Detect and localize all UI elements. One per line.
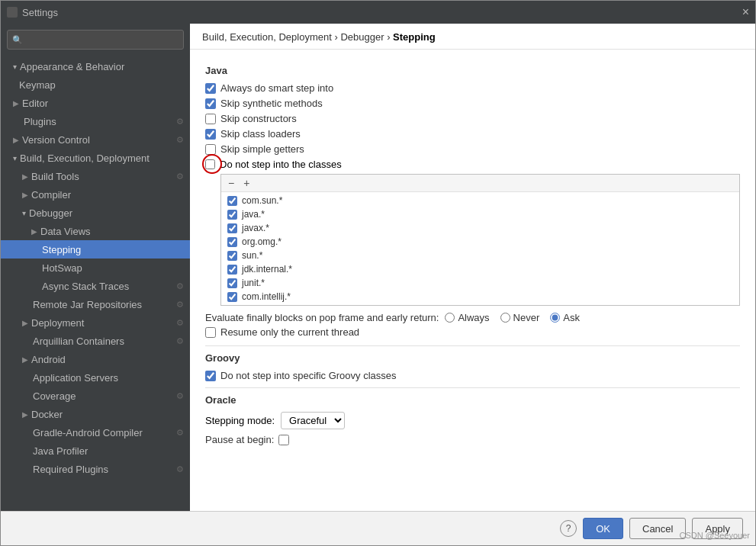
skip-synthetic-label: Skip synthetic methods: [220, 98, 323, 109]
oracle-section-label: Oracle: [205, 394, 740, 406]
sidebar-item-plugins[interactable]: Plugins ⚙: [1, 112, 190, 130]
sidebar-item-docker[interactable]: ▶ Docker: [1, 405, 190, 423]
sidebar-label: Compiler: [31, 189, 71, 201]
sidebar-label: Android: [31, 354, 66, 365]
pause-label: Pause at begin:: [205, 434, 274, 445]
sidebar-item-gradle-android[interactable]: Gradle-Android Compiler ⚙: [1, 423, 190, 442]
skip-simple-getters-checkbox[interactable]: [205, 144, 216, 155]
sidebar-item-required-plugins[interactable]: Required Plugins ⚙: [1, 460, 190, 478]
sidebar-item-editor[interactable]: ▶ Editor: [1, 94, 190, 112]
skip-constructors-checkbox[interactable]: [205, 114, 216, 124]
sidebar-label: Build Tools: [31, 171, 79, 182]
sidebar-label: Coverage: [22, 390, 76, 402]
do-not-step-label: Do not step into the classes: [220, 159, 342, 170]
settings-icon: ⚙: [176, 135, 184, 145]
sidebar-label: Version Control: [22, 134, 90, 146]
class-checkbox-6[interactable]: [227, 278, 237, 288]
skip-simple-getters-row: Skip simple getters: [205, 143, 740, 155]
remove-class-button[interactable]: −: [226, 177, 236, 189]
settings-icon: ⚙: [176, 172, 184, 181]
class-label-2: javax.*: [242, 223, 269, 233]
resume-row: Resume only the current thread: [205, 326, 740, 338]
dialog-title: Settings: [22, 7, 58, 18]
resume-checkbox[interactable]: [205, 327, 216, 338]
sidebar-item-build-execution[interactable]: ▾ Build, Execution, Deployment: [1, 149, 190, 167]
sidebar-item-compiler[interactable]: ▶ Compiler: [1, 185, 190, 204]
groovy-checkbox[interactable]: [205, 371, 216, 381]
search-input[interactable]: [26, 34, 179, 45]
help-button[interactable]: ?: [560, 520, 577, 537]
class-checkbox-5[interactable]: [227, 265, 237, 275]
sidebar-item-stepping[interactable]: Stepping: [1, 240, 190, 259]
sidebar-item-appearance-behavior[interactable]: ▾ Appearance & Behavior: [1, 57, 190, 75]
class-checkbox-2[interactable]: [227, 223, 237, 233]
sidebar-item-deployment[interactable]: ▶ Deployment ⚙: [1, 313, 190, 332]
skip-class-loaders-label: Skip class loaders: [220, 128, 301, 140]
radio-ask-input[interactable]: [550, 313, 560, 323]
sidebar-item-data-views[interactable]: ▶ Data Views: [1, 222, 190, 240]
sidebar-item-keymap[interactable]: Keymap: [1, 75, 190, 94]
sidebar-label: Application Servers: [22, 372, 118, 384]
ok-button[interactable]: OK: [583, 518, 623, 539]
pause-checkbox[interactable]: [278, 435, 289, 445]
sidebar-item-debugger[interactable]: ▾ Debugger: [1, 204, 190, 222]
sidebar: 🔍 ▾ Appearance & Behavior Keymap ▶ Edito…: [1, 24, 190, 511]
sidebar-item-android[interactable]: ▶ Android: [1, 350, 190, 368]
radio-always-input[interactable]: [445, 313, 455, 323]
class-label-3: org.omg.*: [242, 236, 281, 247]
expand-icon: ▶: [22, 410, 28, 419]
class-row: com.sun.*: [221, 194, 739, 207]
skip-class-loaders-checkbox[interactable]: [205, 129, 216, 140]
expand-icon: ▶: [22, 355, 28, 364]
add-class-button[interactable]: +: [241, 177, 252, 189]
sidebar-item-hotswap[interactable]: HotSwap: [1, 259, 190, 277]
skip-constructors-row: Skip constructors: [205, 113, 740, 124]
sidebar-item-arquillian[interactable]: Arquillian Containers ⚙: [1, 332, 190, 350]
close-button[interactable]: ×: [742, 6, 749, 18]
breadcrumb-separator2: ›: [387, 31, 393, 43]
settings-icon: ⚙: [176, 300, 184, 310]
expand-icon: ▶: [31, 227, 37, 236]
radio-never[interactable]: Never: [500, 312, 540, 323]
radio-never-input[interactable]: [500, 313, 510, 323]
expand-icon: ▾: [13, 63, 17, 71]
class-row: jdk.internal.*: [221, 262, 739, 276]
sidebar-label: Java Profiler: [22, 445, 88, 457]
sidebar-list: ▾ Appearance & Behavior Keymap ▶ Editor …: [1, 56, 190, 511]
breadcrumb: Build, Execution, Deployment › Debugger …: [190, 24, 755, 50]
class-row: javax.*: [221, 221, 739, 235]
title-bar-left: Settings: [7, 7, 58, 18]
sidebar-item-build-tools[interactable]: ▶ Build Tools ⚙: [1, 167, 190, 185]
sidebar-item-remote-jar[interactable]: Remote Jar Repositories ⚙: [1, 295, 190, 313]
settings-icon: ⚙: [176, 281, 184, 291]
sidebar-item-java-profiler[interactable]: Java Profiler: [1, 442, 190, 460]
class-label-5: jdk.internal.*: [242, 264, 292, 275]
sidebar-item-version-control[interactable]: ▶ Version Control ⚙: [1, 130, 190, 149]
always-smart-step-checkbox[interactable]: [205, 83, 216, 94]
sidebar-item-async-stack-traces[interactable]: Async Stack Traces ⚙: [1, 277, 190, 295]
class-checkbox-3[interactable]: [227, 237, 237, 247]
bottom-bar: ? OK Cancel Apply: [1, 511, 755, 545]
do-not-step-checkbox[interactable]: [205, 159, 215, 169]
class-checkbox-0[interactable]: [227, 196, 237, 206]
radio-always[interactable]: Always: [445, 312, 489, 323]
cancel-button[interactable]: Cancel: [629, 518, 686, 539]
sidebar-item-coverage[interactable]: Coverage ⚙: [1, 387, 190, 405]
settings-dialog: Settings × 🔍 ▾ Appearance & Behavior Key…: [0, 0, 756, 546]
skip-synthetic-checkbox[interactable]: [205, 98, 216, 109]
sidebar-label: Debugger: [29, 207, 72, 219]
class-checkbox-7[interactable]: [227, 292, 237, 302]
class-checkbox-1[interactable]: [227, 210, 237, 220]
settings-icon: ⚙: [176, 318, 184, 328]
radio-group: Always Never Ask: [445, 312, 580, 323]
apply-button[interactable]: Apply: [692, 518, 743, 539]
skip-simple-getters-label: Skip simple getters: [220, 143, 304, 155]
radio-ask[interactable]: Ask: [550, 312, 580, 323]
sidebar-item-application-servers[interactable]: Application Servers: [1, 368, 190, 387]
sidebar-label: Remote Jar Repositories: [22, 299, 142, 310]
stepping-mode-select[interactable]: Graceful Smart: [281, 412, 345, 429]
sidebar-label: Data Views: [40, 226, 91, 237]
classes-box: − + com.sun.* java.*: [220, 174, 740, 306]
search-box[interactable]: 🔍: [7, 30, 184, 50]
class-checkbox-4[interactable]: [227, 251, 237, 261]
